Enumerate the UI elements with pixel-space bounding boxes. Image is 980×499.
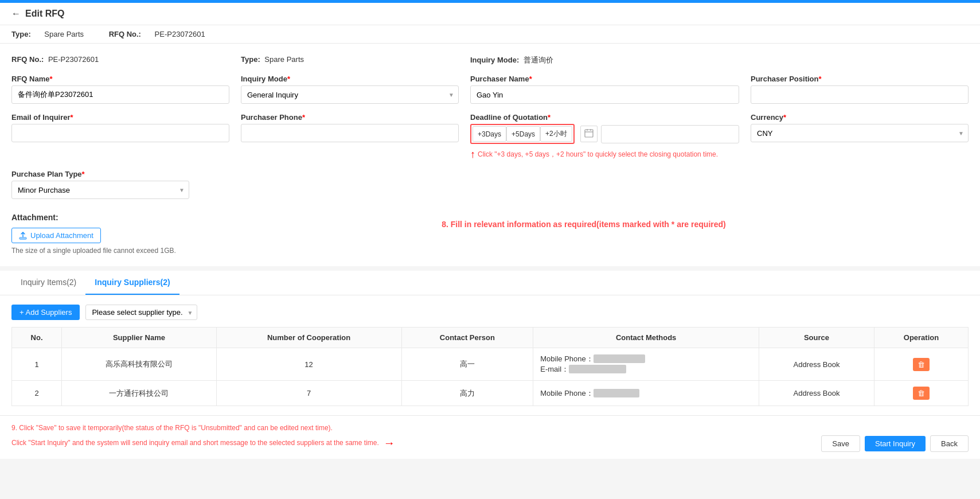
footer-bar: 9. Click "Save" to save it temporarily(t…: [0, 415, 980, 459]
phone-input[interactable]: [241, 124, 459, 142]
arrow-up-icon: ↑: [470, 149, 475, 161]
page-header: ← Edit RFQ: [0, 3, 980, 25]
col-supplier-name: Supplier Name: [62, 328, 216, 348]
footer-note-line2: Click "Start Inquiry" and the system wil…: [11, 438, 379, 449]
deadline-input[interactable]: [601, 125, 739, 143]
deadline-row: +3Days +5Days +2小时: [470, 124, 739, 144]
form-row-1: RFQ No.: PE-P23072601 Type: Spare Parts …: [11, 55, 969, 65]
purchase-plan-select[interactable]: Minor Purchase: [11, 181, 189, 199]
table-row: 1 高乐高科技有限公司 12 高一 Mobile Phone：1xxxxxxxx…: [12, 348, 969, 381]
row1-supplier-name: 高乐高科技有限公司: [62, 348, 216, 381]
meta-bar: Type: Spare Parts RFQ No.: PE-P23072601: [0, 25, 980, 44]
form-row-2: RFQ Name* Inquiry Mode* General Inquiry …: [11, 75, 969, 104]
inquiry-mode-select[interactable]: General Inquiry: [241, 85, 459, 104]
form-section: RFQ No.: PE-P23072601 Type: Spare Parts …: [0, 44, 980, 266]
purchaser-name-group: Purchaser Name*: [470, 75, 739, 104]
quick-2h-btn[interactable]: +2小时: [540, 126, 572, 142]
suppliers-table: No. Supplier Name Number of Cooperation …: [11, 327, 969, 406]
attachment-annotation-row: Attachment: Upload Attachment The size o…: [11, 208, 969, 255]
back-button[interactable]: Back: [930, 435, 969, 452]
quick-3days-btn[interactable]: +3Days: [473, 126, 506, 142]
tab-inquiry-suppliers[interactable]: Inquiry Suppliers(2): [85, 271, 179, 295]
phone-label: Purchaser Phone*: [241, 113, 459, 122]
row2-contact-person: 高力: [401, 381, 533, 406]
footer-arrow-icon: →: [384, 434, 395, 452]
form-row-3: Email of Inquirer* Purchaser Phone* Dead…: [11, 113, 969, 161]
svg-rect-0: [585, 130, 593, 137]
row1-contact-methods: Mobile Phone：1xxxxxxxxxxx E-mail：2xxxxxx…: [533, 348, 759, 381]
col-source: Source: [759, 328, 874, 348]
currency-select[interactable]: CNY: [751, 124, 969, 142]
currency-select-wrap[interactable]: CNY: [751, 124, 969, 142]
start-inquiry-button[interactable]: Start Inquiry: [865, 436, 926, 451]
suppliers-section: + Add Suppliers Please select supplier t…: [0, 295, 980, 415]
inquiry-mode-select-wrap[interactable]: General Inquiry: [241, 85, 459, 104]
purchaser-name-label: Purchaser Name*: [470, 75, 739, 83]
purchaser-position-input[interactable]: [751, 85, 969, 104]
calendar-btn[interactable]: [580, 126, 598, 142]
annotation-text: 8. Fill in relevant information as requi…: [442, 220, 726, 229]
row1-cooperation: 12: [216, 348, 401, 381]
rfq-no-group: RFQ No.: PE-P23072601: [11, 55, 229, 65]
purchaser-position-group: Purchaser Position*: [751, 75, 969, 104]
upload-attachment-btn[interactable]: Upload Attachment: [11, 228, 101, 243]
rfq-name-input[interactable]: [11, 85, 229, 104]
save-button[interactable]: Save: [821, 435, 860, 452]
supplier-type-wrap[interactable]: Please select supplier type.: [85, 305, 197, 320]
attachment-title: Attachment:: [11, 213, 176, 222]
purchase-plan-select-wrap[interactable]: Minor Purchase: [11, 181, 189, 199]
row2-operation[interactable]: 🗑: [874, 381, 968, 406]
row1-no: 1: [12, 348, 62, 381]
page-title: Edit RFQ: [25, 9, 64, 19]
inquiry-mode-meta-label: Inquiry Mode: 普通询价: [470, 55, 969, 65]
type-label: Type: Spare Parts: [241, 55, 459, 64]
quick-btns-box: +3Days +5Days +2小时: [470, 124, 575, 144]
quick-5days-btn[interactable]: +5Days: [506, 126, 540, 142]
attachment-section: Attachment: Upload Attachment The size o…: [11, 213, 176, 255]
phone-group: Purchaser Phone*: [241, 113, 459, 161]
deadline-group: Deadline of Quotation* +3Days +5Days +2小…: [470, 113, 739, 161]
row1-source: Address Book: [759, 348, 874, 381]
purchaser-position-label: Purchaser Position*: [751, 75, 969, 83]
type-group: Type: Spare Parts: [241, 55, 459, 65]
row1-operation[interactable]: 🗑: [874, 348, 968, 381]
add-suppliers-btn[interactable]: + Add Suppliers: [11, 305, 80, 320]
footer-note: 9. Click "Save" to save it temporarily(t…: [11, 423, 395, 452]
row2-delete-btn[interactable]: 🗑: [913, 387, 930, 400]
currency-group: Currency* CNY: [751, 113, 969, 161]
footer-note-line2-wrap: Click "Start Inquiry" and the system wil…: [11, 434, 395, 452]
footer-note-line1: 9. Click "Save" to save it temporarily(t…: [11, 423, 395, 434]
col-operation: Operation: [874, 328, 968, 348]
email-label: Email of Inquirer*: [11, 113, 229, 122]
back-icon[interactable]: ←: [11, 9, 21, 19]
rfq-no-label: RFQ No.: PE-P23072601: [11, 55, 229, 64]
row2-no: 2: [12, 381, 62, 406]
tabs: Inquiry Items(2) Inquiry Suppliers(2): [11, 271, 969, 295]
rfq-name-group: RFQ Name*: [11, 75, 229, 104]
inquiry-mode-meta-group: Inquiry Mode: 普通询价: [470, 55, 969, 65]
supplier-type-select[interactable]: Please select supplier type.: [85, 305, 197, 320]
table-body: 1 高乐高科技有限公司 12 高一 Mobile Phone：1xxxxxxxx…: [12, 348, 969, 406]
col-no: No.: [12, 328, 62, 348]
form-row-4: Purchase Plan Type* Minor Purchase: [11, 170, 969, 199]
tabs-section: Inquiry Items(2) Inquiry Suppliers(2): [0, 271, 980, 295]
col-contact-methods: Contact Methods: [533, 328, 759, 348]
purchaser-name-input[interactable]: [470, 85, 739, 104]
inquiry-mode-label: Inquiry Mode*: [241, 75, 459, 83]
file-hint: The size of a single uploaded file canno…: [11, 247, 176, 255]
rfq-name-label: RFQ Name*: [11, 75, 229, 83]
footer-actions: Save Start Inquiry Back: [821, 435, 969, 452]
purchase-plan-group: Purchase Plan Type* Minor Purchase: [11, 170, 189, 199]
table-header: No. Supplier Name Number of Cooperation …: [12, 328, 969, 348]
tab-inquiry-items[interactable]: Inquiry Items(2): [11, 271, 85, 295]
email-input[interactable]: [11, 124, 229, 142]
row1-delete-btn[interactable]: 🗑: [913, 358, 930, 371]
row2-cooperation: 7: [216, 381, 401, 406]
col-cooperation: Number of Cooperation: [216, 328, 401, 348]
meta-type-label: Type:: [11, 30, 31, 38]
col-contact-person: Contact Person: [401, 328, 533, 348]
suppliers-toolbar: + Add Suppliers Please select supplier t…: [11, 305, 969, 320]
deadline-label: Deadline of Quotation*: [470, 113, 739, 122]
deadline-hint: ↑ Click "+3 days, +5 days，+2 hours" to q…: [470, 149, 739, 161]
currency-label: Currency*: [751, 113, 969, 122]
